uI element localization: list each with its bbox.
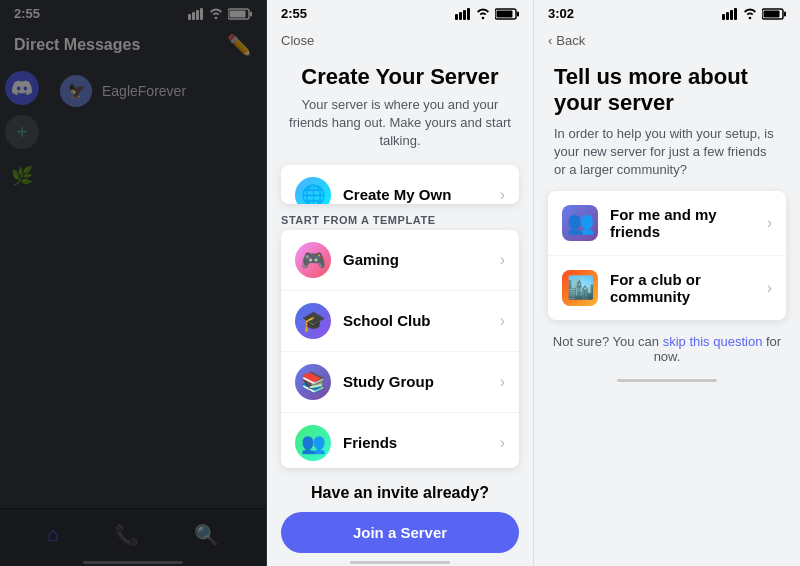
- gaming-label: Gaming: [343, 251, 488, 268]
- tell-more-title: Tell us more about your server: [554, 64, 780, 117]
- have-invite-section: Have an invite already? Join a Server: [267, 468, 533, 561]
- school-club-label: School Club: [343, 312, 488, 329]
- back-chevron-icon: ‹: [548, 33, 552, 48]
- signal-icon-p3: [722, 8, 738, 20]
- back-nav-btn[interactable]: ‹ Back: [534, 25, 800, 52]
- close-nav-btn[interactable]: Close: [267, 25, 533, 52]
- friends-type-icon: 👥: [562, 205, 598, 241]
- server-type-card: 👥 For me and my friends › 🏙️ For a club …: [548, 191, 786, 320]
- friends-icon: 👥: [295, 425, 331, 461]
- svg-rect-16: [730, 10, 733, 20]
- svg-rect-10: [467, 8, 470, 20]
- create-server-desc: Your server is where you and your friend…: [287, 96, 513, 151]
- svg-rect-15: [726, 12, 729, 20]
- study-group-icon: 📚: [295, 364, 331, 400]
- time-p3: 3:02: [548, 6, 574, 21]
- club-type-arrow-icon: ›: [767, 279, 772, 297]
- friends-type-arrow-icon: ›: [767, 214, 772, 232]
- p3-hero: Tell us more about your server In order …: [534, 52, 800, 191]
- friends-label: Friends: [343, 434, 488, 451]
- friends-arrow-icon: ›: [500, 434, 505, 452]
- template-section-header: START FROM A TEMPLATE: [267, 204, 533, 230]
- battery-icon-p3: [762, 8, 786, 20]
- svg-rect-7: [455, 14, 458, 20]
- time-p2: 2:55: [281, 6, 307, 21]
- svg-rect-19: [764, 10, 780, 17]
- svg-rect-9: [463, 10, 466, 20]
- svg-rect-17: [734, 8, 737, 20]
- friends-type-option[interactable]: 👥 For me and my friends ›: [548, 191, 786, 256]
- status-bar-p3: 3:02: [534, 0, 800, 25]
- join-server-btn[interactable]: Join a Server: [281, 512, 519, 553]
- gaming-arrow-icon: ›: [500, 251, 505, 269]
- svg-rect-20: [784, 11, 786, 16]
- home-bar-p3: [617, 379, 717, 382]
- friends-option[interactable]: 👥 Friends ›: [281, 413, 519, 468]
- create-own-option[interactable]: 🌐 Create My Own ›: [281, 165, 519, 204]
- gaming-icon: 🎮: [295, 242, 331, 278]
- study-group-label: Study Group: [343, 373, 488, 390]
- school-club-option[interactable]: 🎓 School Club ›: [281, 291, 519, 352]
- direct-messages-panel: 2:55 Direct Messages ✏️: [0, 0, 267, 566]
- svg-rect-8: [459, 12, 462, 20]
- club-type-icon: 🏙️: [562, 270, 598, 306]
- study-group-arrow-icon: ›: [500, 373, 505, 391]
- battery-icon-p2: [495, 8, 519, 20]
- create-server-title: Create Your Server: [287, 64, 513, 90]
- home-indicator-p2: [267, 561, 533, 566]
- svg-rect-12: [497, 10, 513, 17]
- dimmed-overlay: [0, 0, 266, 566]
- signal-icon-p2: [455, 8, 471, 20]
- club-type-option[interactable]: 🏙️ For a club or community ›: [548, 256, 786, 320]
- school-club-arrow-icon: ›: [500, 312, 505, 330]
- svg-rect-14: [722, 14, 725, 20]
- gaming-option[interactable]: 🎮 Gaming ›: [281, 230, 519, 291]
- club-type-label: For a club or community: [610, 271, 755, 305]
- skip-prefix-text: Not sure? You can: [553, 334, 663, 349]
- status-icons-p2: [455, 8, 519, 20]
- school-club-icon: 🎓: [295, 303, 331, 339]
- p2-hero: Create Your Server Your server is where …: [267, 52, 533, 165]
- tell-more-desc: In order to help you with your setup, is…: [554, 125, 780, 180]
- back-label: Back: [556, 33, 585, 48]
- template-options-card: 🎮 Gaming › 🎓 School Club › 📚 Study Group…: [281, 230, 519, 468]
- tell-us-more-panel: 3:02 ‹ Back Tell us more about your serv…: [534, 0, 800, 566]
- home-bar-p2: [350, 561, 450, 564]
- create-own-arrow-icon: ›: [500, 186, 505, 204]
- svg-rect-13: [517, 11, 519, 16]
- status-bar-p2: 2:55: [267, 0, 533, 25]
- skip-link[interactable]: skip this question: [663, 334, 763, 349]
- wifi-icon-p2: [475, 8, 491, 20]
- skip-section: Not sure? You can skip this question for…: [534, 320, 800, 378]
- status-icons-p3: [722, 8, 786, 20]
- create-own-icon: 🌐: [295, 177, 331, 204]
- server-options-card: 🌐 Create My Own ›: [281, 165, 519, 204]
- friends-type-label: For me and my friends: [610, 206, 755, 240]
- home-indicator-p3: [534, 378, 800, 384]
- create-own-label: Create My Own: [343, 186, 488, 203]
- wifi-icon-p3: [742, 8, 758, 20]
- create-server-panel: 2:55 Close Create Your Server Your serve…: [267, 0, 534, 566]
- study-group-option[interactable]: 📚 Study Group ›: [281, 352, 519, 413]
- have-invite-title: Have an invite already?: [281, 484, 519, 502]
